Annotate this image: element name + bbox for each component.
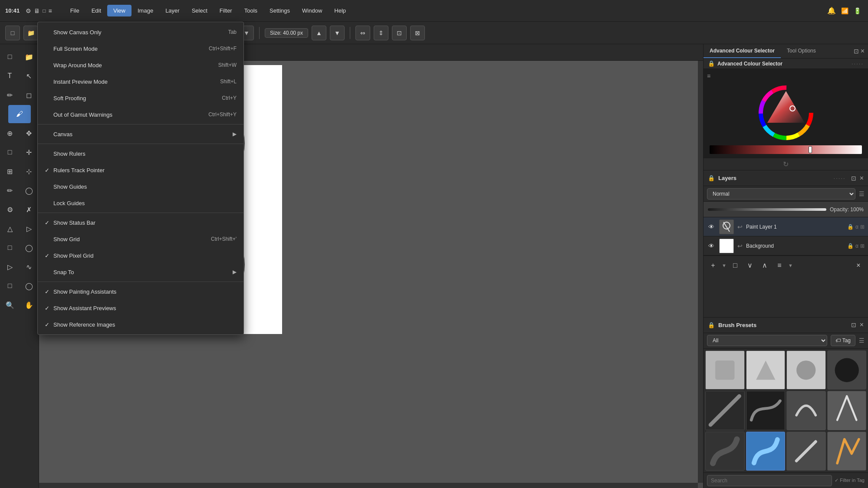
monitor-icon: 🖥: [34, 7, 40, 14]
shortcut-instant-preview: Shift+L: [220, 79, 237, 85]
menu-layer[interactable]: Layer: [159, 5, 186, 16]
menu-icon: ≡: [49, 7, 52, 14]
label-show-painting-assistants: Show Painting Assistants: [53, 288, 237, 295]
label-show-pixel-grid: Show Pixel Grid: [53, 252, 237, 259]
check-show-pixel-grid: ✓: [45, 252, 53, 259]
notification-icon: 🔔: [827, 7, 836, 15]
check-rulers-track: ✓: [45, 167, 53, 174]
menu-show-grid[interactable]: Show Grid Ctrl+Shift+': [38, 231, 243, 247]
menu-window[interactable]: Window: [296, 5, 328, 16]
shortcut-wrap-around: Shift+W: [218, 62, 237, 68]
menu-file[interactable]: File: [64, 5, 85, 16]
system-time: 10:41: [5, 7, 20, 14]
label-full-screen: Full Screen Mode: [53, 46, 209, 52]
separator-1: [38, 124, 243, 124]
wifi-icon: 📶: [841, 7, 848, 14]
battery-icon: 🔋: [854, 7, 861, 14]
shortcut-show-grid: Ctrl+Shift+': [211, 236, 237, 242]
separator-3: [38, 213, 243, 213]
menu-settings[interactable]: Settings: [263, 5, 296, 16]
label-show-canvas-only: Show Canvas Only: [53, 29, 228, 36]
menu-items: File Edit View Image Layer Select Filter…: [57, 5, 352, 16]
menu-image[interactable]: Image: [132, 5, 159, 16]
label-instant-preview: Instant Preview Mode: [53, 79, 220, 85]
menubar: 10:41 ⚙ 🖥 □ ≡ File Edit View Image Layer…: [0, 0, 868, 22]
menu-full-screen[interactable]: Full Screen Mode Ctrl+Shift+F: [38, 40, 243, 57]
settings-icon: ⚙: [26, 7, 31, 14]
menu-view[interactable]: View: [107, 5, 132, 16]
label-snap-to: Snap To: [53, 269, 233, 275]
shortcut-out-of-gamut: Ctrl+Shift+Y: [208, 111, 237, 118]
shortcut-show-canvas-only: Tab: [228, 29, 237, 35]
menu-show-painting-assistants[interactable]: ✓ Show Painting Assistants: [38, 283, 243, 300]
menu-lock-guides[interactable]: Lock Guides: [38, 195, 243, 211]
menu-edit[interactable]: Edit: [85, 5, 107, 16]
label-show-grid: Show Grid: [53, 236, 211, 242]
menu-canvas[interactable]: Canvas ▶: [38, 126, 243, 142]
label-canvas: Canvas: [53, 131, 233, 138]
menu-show-status-bar[interactable]: ✓ Show Status Bar: [38, 214, 243, 231]
menu-show-guides[interactable]: Show Guides: [38, 178, 243, 195]
label-show-guides: Show Guides: [53, 183, 237, 190]
menu-out-of-gamut[interactable]: Out of Gamut Warnings Ctrl+Shift+Y: [38, 106, 243, 123]
window-icon: □: [43, 8, 46, 14]
menubar-right: 🔔 📶 🔋: [827, 7, 868, 15]
menu-show-reference-images[interactable]: ✓ Show Reference Images: [38, 316, 243, 333]
menu-help[interactable]: Help: [328, 5, 352, 16]
menu-instant-preview[interactable]: Instant Preview Mode Shift+L: [38, 73, 243, 90]
label-lock-guides: Lock Guides: [53, 200, 237, 206]
label-wrap-around: Wrap Around Mode: [53, 62, 218, 69]
menu-soft-proofing[interactable]: Soft Proofing Ctrl+Y: [38, 90, 243, 106]
separator-4: [38, 282, 243, 282]
view-menu-dropdown: Show Canvas Only Tab Full Screen Mode Ct…: [0, 22, 868, 488]
shortcut-soft-proofing: Ctrl+Y: [222, 95, 237, 101]
label-rulers-track: Rulers Track Pointer: [53, 167, 237, 174]
menu-show-canvas-only[interactable]: Show Canvas Only Tab: [38, 24, 243, 40]
label-show-status-bar: Show Status Bar: [53, 219, 237, 226]
menu-select[interactable]: Select: [186, 5, 214, 16]
view-menu: Show Canvas Only Tab Full Screen Mode Ct…: [37, 22, 244, 335]
menu-rulers-track-pointer[interactable]: ✓ Rulers Track Pointer: [38, 162, 243, 178]
arrow-snap-to: ▶: [233, 269, 237, 275]
menu-show-rulers[interactable]: Show Rulers: [38, 145, 243, 162]
check-show-painting-assistants: ✓: [45, 288, 53, 295]
menu-filter[interactable]: Filter: [214, 5, 238, 16]
label-soft-proofing: Soft Proofing: [53, 95, 222, 102]
menu-show-assistant-previews[interactable]: ✓ Show Assistant Previews: [38, 300, 243, 316]
menu-show-pixel-grid[interactable]: ✓ Show Pixel Grid: [38, 247, 243, 264]
menubar-left: 10:41 ⚙ 🖥 □ ≡: [0, 7, 57, 14]
check-show-reference-images: ✓: [45, 321, 53, 328]
shortcut-full-screen: Ctrl+Shift+F: [209, 46, 237, 52]
separator-2: [38, 144, 243, 144]
label-show-rulers: Show Rulers: [53, 151, 237, 157]
check-show-status-bar: ✓: [45, 219, 53, 226]
label-show-reference-images: Show Reference Images: [53, 321, 237, 328]
label-show-assistant-previews: Show Assistant Previews: [53, 305, 237, 311]
check-show-assistant-previews: ✓: [45, 305, 53, 311]
menu-wrap-around[interactable]: Wrap Around Mode Shift+W: [38, 57, 243, 73]
arrow-canvas: ▶: [233, 131, 237, 137]
menu-tools[interactable]: Tools: [238, 5, 263, 16]
label-out-of-gamut: Out of Gamut Warnings: [53, 111, 208, 118]
menu-snap-to[interactable]: Snap To ▶: [38, 264, 243, 280]
